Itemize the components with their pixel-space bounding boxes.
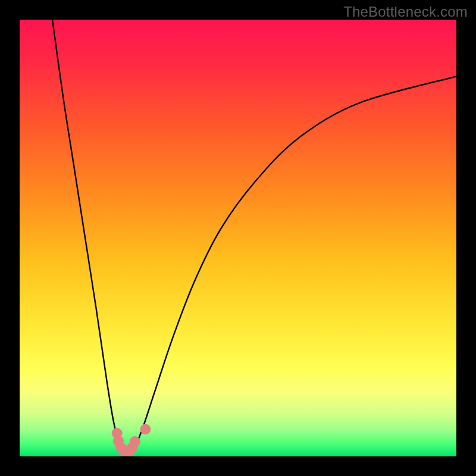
curve-right-branch	[127, 76, 456, 455]
frame-left	[0, 0, 20, 476]
highlight-dot	[130, 436, 140, 447]
plot-area	[20, 20, 456, 456]
frame-bottom	[0, 456, 476, 476]
frame-right	[456, 0, 476, 476]
curve-left-branch	[52, 20, 127, 456]
highlight-dot	[140, 424, 151, 434]
chart-curves	[20, 20, 456, 456]
watermark-text: TheBottleneck.com	[343, 4, 468, 20]
highlight-markers	[112, 424, 151, 456]
